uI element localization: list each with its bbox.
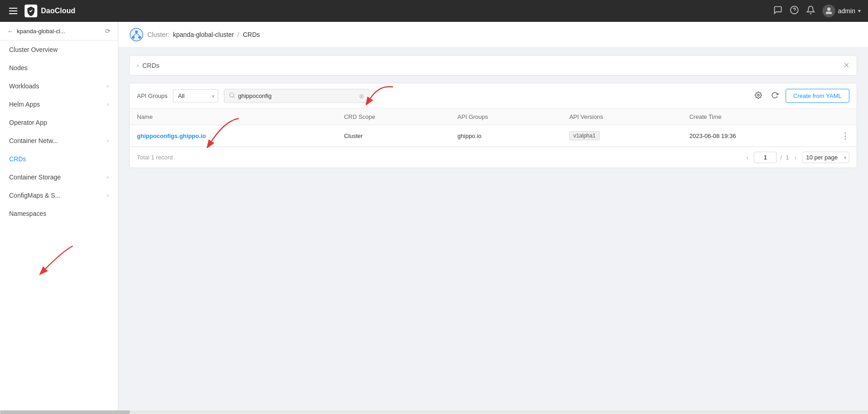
sidebar-item-namespaces[interactable]: Namespaces [0, 204, 118, 223]
col-crd-scope: CRD Scope [337, 109, 450, 125]
sidebar-item-cluster-overview[interactable]: Cluster Overview [0, 41, 118, 59]
sidebar-label-configmaps: ConfigMaps & S... [9, 192, 107, 199]
sidebar-item-operator-app[interactable]: Operator App [0, 113, 118, 132]
main-layout: ← kpanda-global-cl... ⟳ Cluster Overview… [0, 22, 868, 414]
cell-name: ghippoconfigs.ghippo.io [130, 125, 337, 147]
svg-point-3 [130, 28, 143, 41]
logo-icon [25, 5, 37, 17]
sidebar-label-operator-app: Operator App [9, 119, 109, 126]
create-yaml-button[interactable]: Create from YAML [786, 89, 849, 103]
sidebar-refresh-icon[interactable]: ⟳ [105, 27, 111, 35]
settings-icon[interactable] [753, 90, 764, 102]
col-api-groups: API Groups [450, 109, 562, 125]
avatar [823, 5, 835, 17]
col-create-time: Create Time [682, 109, 834, 125]
crd-name-link[interactable]: ghippoconfigs.ghippo.io [137, 133, 206, 139]
pagination: ‹ / 1 › 10 per page 20 per page 50 per p… [745, 152, 849, 163]
sidebar-item-crds[interactable]: CRDs [0, 150, 118, 168]
crds-table: Name CRD Scope API Groups API Versions C… [130, 109, 857, 147]
chevron-icon-helm-apps: › [107, 101, 109, 107]
crds-section-close-icon[interactable]: ✕ [843, 61, 849, 70]
more-options-icon[interactable]: ⋮ [841, 131, 849, 140]
top-navigation: DaoCloud admin ▾ [0, 0, 868, 22]
sidebar-nav: Cluster Overview Nodes Workloads › Helm … [0, 41, 118, 414]
svg-point-6 [138, 36, 141, 39]
svg-line-10 [233, 97, 235, 98]
hamburger-menu[interactable] [7, 6, 19, 16]
svg-point-2 [828, 8, 830, 10]
bottom-scrollbar-thumb [0, 410, 130, 414]
back-arrow-icon: ← [7, 28, 13, 35]
sidebar-label-workloads: Workloads [9, 82, 107, 90]
expand-chevron-icon: › [137, 62, 139, 69]
breadcrumb: Cluster: kpanda-global-cluster / CRDs [118, 22, 868, 48]
sidebar-item-nodes[interactable]: Nodes [0, 59, 118, 77]
chat-icon[interactable] [773, 5, 782, 17]
sidebar-label-container-network: Container Netw... [9, 137, 107, 144]
help-icon[interactable] [790, 5, 799, 17]
sidebar-label-crds: CRDs [9, 155, 109, 163]
cluster-icon [129, 27, 144, 42]
sidebar: ← kpanda-global-cl... ⟳ Cluster Overview… [0, 22, 118, 414]
chevron-icon-configmaps: › [107, 192, 109, 199]
crds-section-label: CRDs [142, 62, 159, 69]
cell-api-groups: ghippo.io [450, 125, 562, 147]
sidebar-item-container-storage[interactable]: Container Storage › [0, 168, 118, 186]
sidebar-label-namespaces: Namespaces [9, 210, 109, 217]
bottom-scrollbar[interactable] [0, 410, 868, 414]
refresh-icon[interactable] [769, 90, 780, 102]
col-api-versions: API Versions [562, 109, 682, 125]
api-groups-label: API Groups [137, 92, 167, 99]
user-info[interactable]: admin ▾ [823, 5, 861, 17]
bell-icon[interactable] [806, 5, 815, 17]
chevron-icon-workloads: › [107, 83, 109, 89]
breadcrumb-separator: / [237, 31, 239, 38]
search-clear-icon[interactable]: ⊗ [359, 92, 364, 100]
sidebar-label-cluster-overview: Cluster Overview [9, 46, 109, 53]
svg-point-5 [132, 36, 135, 39]
username: admin [838, 7, 855, 15]
next-page-button[interactable]: › [792, 152, 798, 163]
cell-api-versions: v1alpha1 [562, 125, 682, 147]
sidebar-back-button[interactable]: ← kpanda-global-cl... [7, 28, 65, 35]
per-page-wrap: 10 per page 20 per page 50 per page ▾ [802, 152, 849, 163]
chevron-down-icon: ▾ [858, 8, 861, 14]
api-groups-select-wrap: All ▾ [173, 89, 218, 102]
chevron-icon-container-storage: › [107, 174, 109, 180]
total-record-label: Total 1 record [137, 154, 173, 161]
topnav-right: admin ▾ [773, 5, 861, 17]
svg-point-4 [135, 31, 138, 33]
content-area: Cluster: kpanda-global-cluster / CRDs › … [118, 22, 868, 414]
table-header-row: Name CRD Scope API Groups API Versions C… [130, 109, 857, 125]
crds-section-left: › CRDs [137, 62, 159, 69]
page-separator: / [780, 154, 782, 161]
cell-crd-scope: Cluster [337, 125, 450, 147]
sidebar-header: ← kpanda-global-cl... ⟳ [0, 22, 118, 41]
crds-section-header[interactable]: › CRDs ✕ [130, 56, 857, 75]
sidebar-item-container-network[interactable]: Container Netw... › [0, 132, 118, 150]
svg-point-12 [757, 94, 759, 96]
per-page-select[interactable]: 10 per page 20 per page 50 per page [802, 152, 849, 163]
api-groups-select[interactable]: All [173, 89, 218, 102]
brand-name: DaoCloud [41, 7, 76, 15]
toolbar: API Groups All ▾ ⊗ [130, 83, 857, 109]
content-body: › CRDs ✕ API Groups All ▾ [118, 48, 868, 414]
total-pages: 1 [786, 154, 789, 161]
table-section: API Groups All ▾ ⊗ [129, 83, 857, 168]
page-number-input[interactable] [754, 152, 777, 163]
red-arrow-search [366, 83, 402, 105]
api-version-badge: v1alpha1 [569, 131, 600, 140]
breadcrumb-current-page: CRDs [243, 31, 260, 38]
col-name: Name [130, 109, 337, 125]
crds-expand-section: › CRDs ✕ [129, 55, 857, 76]
sidebar-item-workloads[interactable]: Workloads › [0, 77, 118, 95]
prev-page-button[interactable]: ‹ [745, 152, 751, 163]
cell-more-actions: ⋮ [834, 125, 857, 147]
table-row: ghippoconfigs.ghippo.io Cluster ghippo.i… [130, 125, 857, 147]
col-actions [834, 109, 857, 125]
sidebar-item-configmaps[interactable]: ConfigMaps & S... › [0, 186, 118, 204]
search-icon [229, 92, 235, 100]
search-input[interactable] [238, 92, 356, 99]
breadcrumb-cluster-label: Cluster: [147, 31, 169, 38]
sidebar-item-helm-apps[interactable]: Helm Apps › [0, 95, 118, 113]
